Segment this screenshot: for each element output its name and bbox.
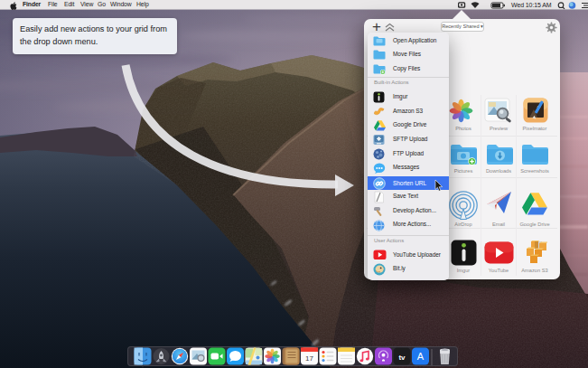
svg-text:17: 17 xyxy=(305,354,313,363)
svg-text:A: A xyxy=(417,351,425,362)
svg-text:tv: tv xyxy=(398,354,406,362)
